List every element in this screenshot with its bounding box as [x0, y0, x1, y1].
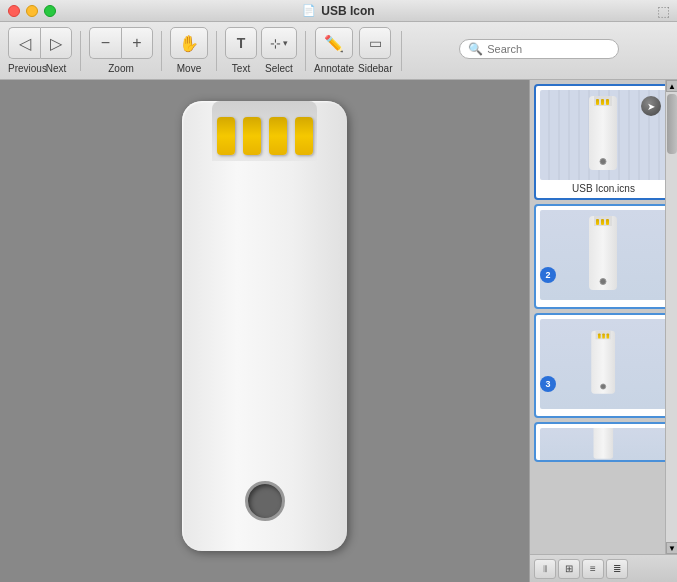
mini-connector-1	[594, 96, 612, 106]
text-icon: T	[237, 35, 246, 51]
window-title: USB Icon	[321, 4, 374, 18]
prev-next-labels: Previous Next	[8, 63, 72, 74]
bottom-bar: ⫴ ⊞ ≡ ≣	[530, 554, 677, 582]
move-group: ✋ Move	[170, 27, 208, 74]
previous-button[interactable]: ◁	[8, 27, 40, 59]
usb-pin-4	[295, 117, 313, 155]
mini-usb-3	[591, 331, 617, 397]
annotate-label: Annotate	[314, 63, 354, 74]
mini-pin-2b	[601, 219, 604, 225]
mini-hole-1	[599, 158, 606, 165]
view-icon-3: ≡	[590, 563, 596, 574]
sidebar-label-1: USB Icon.icns	[540, 183, 667, 194]
next-button[interactable]: ▷	[40, 27, 72, 59]
view-btn-3[interactable]: ≡	[582, 559, 604, 579]
sidebar-toggle-group: ▭ Sidebar	[358, 27, 392, 74]
divider-4	[305, 31, 306, 71]
text-button[interactable]: T	[225, 27, 257, 59]
usb-body	[182, 101, 347, 551]
zoom-in-icon: +	[132, 34, 141, 52]
select-group: ⊹ ▾ Select	[261, 27, 297, 74]
scroll-down-arrow[interactable]: ▼	[666, 542, 677, 554]
text-group: T Text	[225, 27, 257, 74]
usb-pin-3	[269, 117, 287, 155]
resize-button[interactable]: ⬚	[657, 5, 669, 17]
sidebar-item-3[interactable]: 3	[534, 313, 673, 418]
scroll-up-arrow[interactable]: ▲	[666, 80, 677, 92]
sidebar-item-1[interactable]: ➤ USB Icon.icns	[534, 84, 673, 200]
search-group: 🔍	[410, 39, 669, 63]
sidebar-item-2[interactable]: 2	[534, 204, 673, 309]
search-input[interactable]	[487, 43, 610, 55]
move-label: Move	[177, 63, 201, 74]
nav-group: ◁ ▷ Previous Next	[8, 27, 72, 74]
mini-hole-3	[600, 384, 606, 390]
scroll-thumb[interactable]	[667, 94, 677, 154]
sidebar-panel: ➤ USB Icon.icns	[529, 80, 677, 582]
mini-usb-body-3	[591, 331, 615, 394]
select-button[interactable]: ⊹ ▾	[261, 27, 297, 59]
mini-usb-body-1	[589, 96, 617, 170]
sidebar-scrollbar[interactable]: ▲ ▼	[665, 80, 677, 554]
zoom-group: − + Zoom	[89, 27, 153, 74]
mini-pin-1a	[596, 99, 599, 105]
sidebar-toggle-button[interactable]: ▭	[359, 27, 391, 59]
usb-pin-1	[217, 117, 235, 155]
annotate-icon: ✏️	[324, 34, 344, 53]
mini-connector-3	[595, 331, 610, 340]
view-btn-2[interactable]: ⊞	[558, 559, 580, 579]
mini-usb-body-2	[589, 216, 617, 290]
next-label: Next	[40, 63, 72, 74]
canvas-area	[0, 80, 529, 582]
divider-5	[401, 31, 402, 71]
maximize-button[interactable]	[44, 5, 56, 17]
minimize-button[interactable]	[26, 5, 38, 17]
move-button[interactable]: ✋	[170, 27, 208, 59]
select-dropdown-icon: ▾	[283, 38, 288, 48]
badge-3: 3	[540, 376, 556, 392]
view-btn-4[interactable]: ≣	[606, 559, 628, 579]
zoom-buttons: − +	[89, 27, 153, 59]
usb-pin-2	[243, 117, 261, 155]
sidebar-item-4[interactable]	[534, 422, 673, 462]
scroll-track	[666, 92, 677, 542]
annotate-button[interactable]: ✏️	[315, 27, 353, 59]
view-btn-1[interactable]: ⫴	[534, 559, 556, 579]
text-label: Text	[232, 63, 250, 74]
close-button[interactable]	[8, 5, 20, 17]
view-icon-2: ⊞	[565, 563, 573, 574]
sidebar-items-list: ➤ USB Icon.icns	[530, 80, 677, 554]
mini-connector-2	[594, 216, 612, 226]
sidebar-thumb-4	[540, 428, 667, 462]
mini-pin-3a	[597, 333, 600, 338]
sidebar-label: Sidebar	[358, 63, 392, 74]
title-bar: 📄 USB Icon ⬚	[0, 0, 677, 22]
sidebar-thumb-1: ➤	[540, 90, 667, 180]
divider-3	[216, 31, 217, 71]
mini-hole-2	[599, 278, 606, 285]
search-icon: 🔍	[468, 42, 483, 56]
mini-pin-2a	[596, 219, 599, 225]
go-badge-1: ➤	[641, 96, 661, 116]
toolbar: ◁ ▷ Previous Next − + Zoom ✋ Move	[0, 22, 677, 80]
usb-hole	[245, 481, 285, 521]
title-bar-text: 📄 USB Icon	[302, 4, 374, 18]
badge-2: 2	[540, 267, 556, 283]
previous-icon: ◁	[19, 34, 31, 53]
next-icon: ▷	[50, 34, 62, 53]
search-box[interactable]: 🔍	[459, 39, 619, 59]
view-icon-4: ≣	[613, 563, 621, 574]
zoom-in-button[interactable]: +	[121, 27, 153, 59]
select-label: Select	[265, 63, 293, 74]
mini-usb-2	[589, 216, 619, 294]
mini-usb-1	[589, 96, 619, 174]
divider-2	[161, 31, 162, 71]
mini-pin-3b	[601, 333, 604, 338]
usb-icon-canvas	[177, 101, 352, 561]
zoom-out-button[interactable]: −	[89, 27, 121, 59]
select-icon: ⊹	[270, 36, 281, 51]
prev-next-buttons: ◁ ▷	[8, 27, 72, 59]
sidebar-thumb-3	[540, 319, 667, 409]
view-icon-1: ⫴	[543, 563, 547, 575]
previous-label: Previous	[8, 63, 40, 74]
